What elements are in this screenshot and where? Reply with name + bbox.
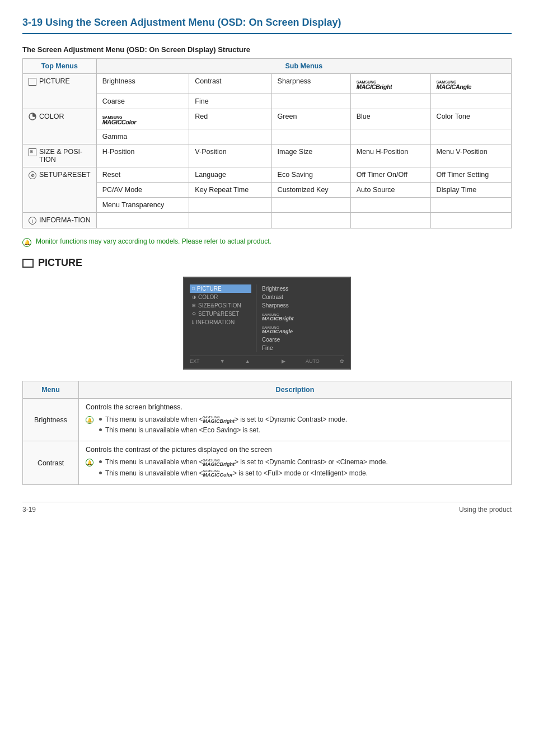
info-icon: i <box>29 217 36 225</box>
note-icon: 🔔 <box>22 238 31 247</box>
brightness-note-1: 🔔 This menu is unavailable when <SAMSUNG… <box>86 416 504 436</box>
top-menus-header: Top Menus <box>23 59 97 74</box>
footer-right: Using the product <box>459 506 512 514</box>
osd-screen-mockup: □ PICTURE ◑ COLOR ⊞ SIZE&POSITION ⚙ SETU… <box>183 277 351 370</box>
color-icon <box>29 113 36 120</box>
osd-sub-coarse: Coarse <box>260 335 344 344</box>
picture-icon <box>29 78 36 86</box>
menu-item-information: i INFORMA-TION <box>29 216 91 225</box>
table-row: ⚙ SETUP&RESET Reset Language Eco Saving … <box>23 167 512 183</box>
osd-sub-fine: Fine <box>260 344 344 352</box>
desc-brightness: Controls the screen brightness. 🔔 This m… <box>79 399 512 441</box>
table-row: Brightness Controls the screen brightnes… <box>23 399 512 441</box>
unavail-icon-1: 🔔 <box>86 416 93 424</box>
osd-item-color: ◑ COLOR <box>190 293 251 301</box>
magic-bright-label: SAMSUNG MAGICBright <box>357 80 392 90</box>
monitor-note: 🔔 Monitor functions may vary according t… <box>22 237 512 247</box>
setup-icon: ⚙ <box>29 171 36 179</box>
table-row: Gamma <box>23 129 512 144</box>
osd-sub-sharpness: Sharpness <box>260 301 344 310</box>
picture-section-heading: PICTURE <box>22 257 512 269</box>
magic-angle-label: SAMSUNG MAGICAngle <box>437 80 471 90</box>
menu-item-setup: ⚙ SETUP&RESET <box>29 171 91 179</box>
footer-left: 3-19 <box>22 506 36 514</box>
table-row: Contrast Controls the contrast of the pi… <box>23 441 512 485</box>
osd-item-info: ℹ INFORMATION <box>190 318 251 326</box>
osd-sub-brightness: Brightness <box>260 284 344 293</box>
structure-label: The Screen Adjustment Menu (OSD: On Scre… <box>22 45 512 54</box>
osd-right-panel: Brightness Contrast Sharpness SAMSUNG MA… <box>256 284 344 352</box>
table-row: Coarse Fine <box>23 94 512 109</box>
osd-left-panel: □ PICTURE ◑ COLOR ⊞ SIZE&POSITION ⚙ SETU… <box>190 284 251 352</box>
contrast-note-group: 🔔 This menu is unavailable when <SAMSUNG… <box>86 458 504 480</box>
osd-item-setup: ⚙ SETUP&RESET <box>190 310 251 318</box>
table-row: ⊞ SIZE & POSI-TION H-Position V-Position… <box>23 144 512 167</box>
osd-sub-contrast: Contrast <box>260 293 344 301</box>
description-table: Menu Description Brightness Controls the… <box>22 381 512 485</box>
osd-item-picture: □ PICTURE <box>190 284 251 293</box>
osd-item-size: ⊞ SIZE&POSITION <box>190 301 251 310</box>
osd-sub-magic-angle: SAMSUNG MAGICAngle <box>260 323 344 335</box>
table-row: PC/AV Mode Key Repeat Time Customized Ke… <box>23 183 512 198</box>
magic-color-label: SAMSUNG MAGICColor <box>102 115 136 125</box>
desc-col-menu: Menu <box>23 381 79 399</box>
page-title: 3-19 Using the Screen Adjustment Menu (O… <box>22 17 512 34</box>
table-row: PICTURE Brightness Contrast Sharpness SA… <box>23 74 512 94</box>
sub-menus-header: Sub Menus <box>96 59 511 74</box>
desc-menu-brightness: Brightness <box>23 399 79 441</box>
table-row: Menu Transparency <box>23 198 512 213</box>
unavail-icon-2: 🔔 <box>86 459 93 466</box>
osd-sub-magic-bright: SAMSUNG MAGICBright <box>260 310 344 323</box>
menu-item-color: COLOR <box>29 113 91 120</box>
page-footer: 3-19 Using the product <box>22 502 512 514</box>
osd-mockup-container: □ PICTURE ◑ COLOR ⊞ SIZE&POSITION ⚙ SETU… <box>22 277 512 370</box>
menu-item-size-position: ⊞ SIZE & POSI-TION <box>29 148 91 164</box>
osd-bottom-bar: EXT ▼ ▲ ▶ AUTO ✿ <box>190 356 344 364</box>
table-row: COLOR SAMSUNG MAGICColor Red Green Blue … <box>23 109 512 129</box>
desc-menu-contrast: Contrast <box>23 441 79 485</box>
picture-heading-icon <box>22 259 34 268</box>
table-row: i INFORMA-TION <box>23 213 512 228</box>
size-pos-icon: ⊞ <box>29 148 36 156</box>
menu-item-picture: PICTURE <box>29 77 91 86</box>
osd-structure-table: Top Menus Sub Menus PICTURE Brightness C… <box>22 58 512 228</box>
desc-col-description: Description <box>79 381 512 399</box>
desc-contrast: Controls the contrast of the pictures di… <box>79 441 512 485</box>
